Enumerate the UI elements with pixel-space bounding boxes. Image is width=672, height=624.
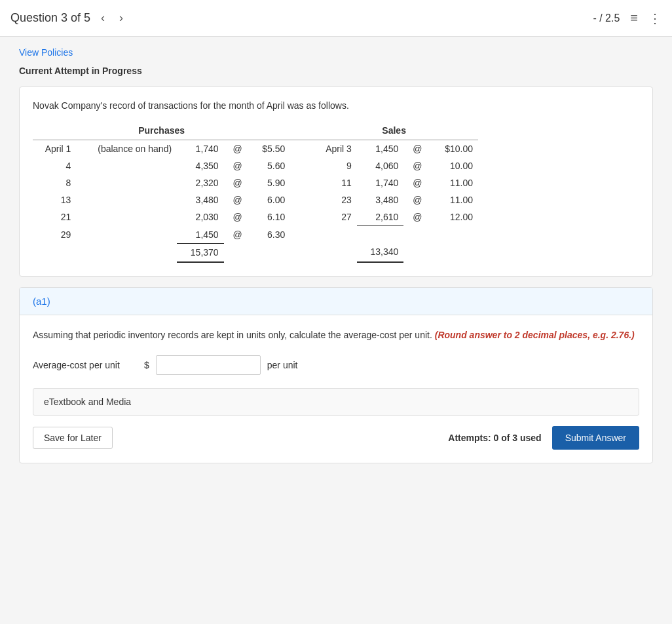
table-row-total: 15,370 13,340 <box>33 243 478 262</box>
dollar-sign: $ <box>144 360 149 370</box>
field-label: Average-cost per unit <box>33 360 138 370</box>
table-row: April 1 (balance on hand) 1,740 @ $5.50 … <box>33 140 478 158</box>
instruction-text: Assuming that periodic inventory records… <box>33 328 639 342</box>
per-unit-label: per unit <box>267 360 298 370</box>
attempts-text: Attempts: 0 of 3 used <box>448 433 541 443</box>
page-header: Question 3 of 5 ‹ › - / 2.5 ≡ ⋮ <box>0 0 672 37</box>
table-row: 29 1,450 @ 6.30 <box>33 226 478 244</box>
table-row: 4 4,350 @ 5.60 9 4,060 @ 10.00 <box>33 157 478 174</box>
current-attempt-label: Current Attempt in Progress <box>19 66 653 76</box>
table-row: 8 2,320 @ 5.90 11 1,740 @ 11.00 <box>33 174 478 191</box>
header-right: - / 2.5 ≡ ⋮ <box>593 10 662 26</box>
submit-answer-button[interactable]: Submit Answer <box>552 426 639 450</box>
main-content: View Policies Current Attempt in Progres… <box>9 37 663 474</box>
intro-text: Novak Company's record of transactions f… <box>33 100 639 111</box>
etextbook-bar: eTextbook and Media <box>33 388 639 416</box>
footer-right: Attempts: 0 of 3 used Submit Answer <box>448 426 639 450</box>
instruction-red: (Round answer to 2 decimal places, e.g. … <box>435 330 635 340</box>
save-later-button[interactable]: Save for Later <box>33 427 113 449</box>
question-box: Novak Company's record of transactions f… <box>19 87 653 277</box>
list-icon[interactable]: ≡ <box>630 10 638 26</box>
a1-label: (a1) <box>33 296 50 307</box>
purchases-total: 15,370 <box>177 243 224 262</box>
next-button[interactable]: › <box>115 9 127 28</box>
sales-total: 13,340 <box>357 243 404 262</box>
purchases-header: Purchases <box>33 121 290 140</box>
a1-body: Assuming that periodic inventory records… <box>20 315 652 463</box>
a1-header: (a1) <box>20 288 652 315</box>
prev-button[interactable]: ‹ <box>97 9 109 28</box>
view-policies-link[interactable]: View Policies <box>19 47 73 58</box>
transactions-table: Purchases Sales April 1 (balance on hand… <box>33 121 478 263</box>
more-icon[interactable]: ⋮ <box>648 10 662 26</box>
table-row: 13 3,480 @ 6.00 23 3,480 @ 11.00 <box>33 191 478 208</box>
score-display: - / 2.5 <box>593 12 620 24</box>
sales-header: Sales <box>310 121 478 140</box>
header-left: Question 3 of 5 ‹ › <box>10 9 127 28</box>
question-title: Question 3 of 5 <box>10 11 90 25</box>
table-row: 21 2,030 @ 6.10 27 2,610 @ 12.00 <box>33 208 478 226</box>
section-a1: (a1) Assuming that periodic inventory re… <box>19 287 653 463</box>
input-row: Average-cost per unit $ per unit <box>33 355 639 375</box>
footer-row: Save for Later Attempts: 0 of 3 used Sub… <box>33 426 639 450</box>
average-cost-input[interactable] <box>156 355 261 375</box>
